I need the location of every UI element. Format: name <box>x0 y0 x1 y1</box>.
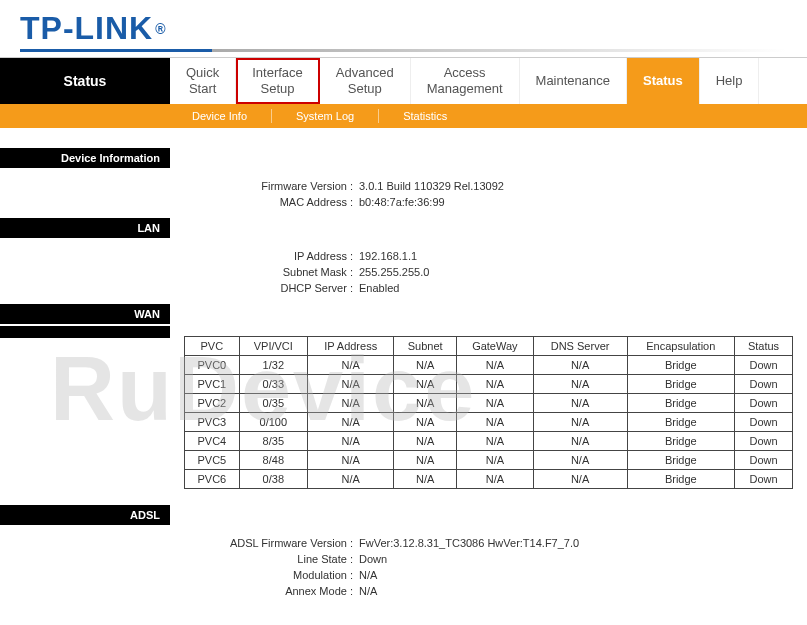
sub-nav: Device Info System Log Statistics <box>0 104 807 128</box>
lan-dhcp-value: Enabled <box>359 282 399 294</box>
nav-title: Status <box>0 58 170 104</box>
subnav-system-log[interactable]: System Log <box>284 110 366 122</box>
table-cell: PVC1 <box>185 375 240 394</box>
section-lan: LAN <box>0 218 170 238</box>
table-cell: 8/35 <box>239 432 307 451</box>
table-cell: N/A <box>394 375 457 394</box>
table-header-cell: GateWay <box>457 337 534 356</box>
table-row: PVC48/35N/AN/AN/AN/ABridgeDown <box>185 432 793 451</box>
top-nav: Status Quick Start Interface Setup Advan… <box>0 57 807 104</box>
table-cell: N/A <box>394 451 457 470</box>
wan-table: PVCVPI/VCIIP AddressSubnetGateWayDNS Ser… <box>184 336 793 489</box>
table-cell: Bridge <box>627 356 735 375</box>
table-cell: Down <box>735 375 793 394</box>
subnav-statistics[interactable]: Statistics <box>391 110 459 122</box>
lan-dhcp-label: DHCP Server : <box>184 282 359 294</box>
nav-label-l1: Interface <box>252 65 303 81</box>
table-cell: Down <box>735 451 793 470</box>
table-cell: N/A <box>307 375 393 394</box>
nav-label-l1: Advanced <box>336 65 394 81</box>
lan-ip-value: 192.168.1.1 <box>359 250 417 262</box>
adsl-fw-value: FwVer:3.12.8.31_TC3086 HwVer:T14.F7_7.0 <box>359 537 579 549</box>
nav-advanced-setup[interactable]: Advanced Setup <box>320 58 411 104</box>
table-cell: Down <box>735 356 793 375</box>
table-cell: N/A <box>457 375 534 394</box>
nav-label-l2: Start <box>186 81 219 97</box>
nav-label-l1: Status <box>643 73 683 89</box>
table-cell: N/A <box>394 432 457 451</box>
table-cell: Bridge <box>627 470 735 489</box>
adsl-annex-value: N/A <box>359 585 377 597</box>
table-row: PVC10/33N/AN/AN/AN/ABridgeDown <box>185 375 793 394</box>
table-cell: 0/38 <box>239 470 307 489</box>
table-cell: N/A <box>457 394 534 413</box>
table-header-cell: DNS Server <box>533 337 627 356</box>
section-adsl: ADSL <box>0 505 170 525</box>
table-cell: 8/48 <box>239 451 307 470</box>
table-cell: Bridge <box>627 451 735 470</box>
table-cell: Bridge <box>627 375 735 394</box>
table-cell: N/A <box>533 413 627 432</box>
logo-underline <box>20 49 787 52</box>
adsl-line-value: Down <box>359 553 387 565</box>
table-header-cell: Status <box>735 337 793 356</box>
table-cell: N/A <box>533 432 627 451</box>
table-cell: N/A <box>307 451 393 470</box>
table-cell: N/A <box>307 394 393 413</box>
logo-bar: TP-LINK® <box>0 0 807 57</box>
nav-access-management[interactable]: Access Management <box>411 58 520 104</box>
lan-subnet-value: 255.255.255.0 <box>359 266 429 278</box>
table-cell: Down <box>735 470 793 489</box>
nav-label-l2: Setup <box>252 81 303 97</box>
table-cell: N/A <box>457 356 534 375</box>
table-cell: 0/33 <box>239 375 307 394</box>
section-wan: WAN <box>0 304 170 324</box>
table-row: PVC01/32N/AN/AN/AN/ABridgeDown <box>185 356 793 375</box>
nav-status[interactable]: Status <box>627 58 700 104</box>
mac-value: b0:48:7a:fe:36:99 <box>359 196 445 208</box>
table-cell: N/A <box>394 394 457 413</box>
subnav-device-info[interactable]: Device Info <box>180 110 259 122</box>
nav-help[interactable]: Help <box>700 58 760 104</box>
nav-label-l2: Management <box>427 81 503 97</box>
adsl-fw-label: ADSL Firmware Version : <box>184 537 359 549</box>
table-cell: Down <box>735 413 793 432</box>
table-row: PVC60/38N/AN/AN/AN/ABridgeDown <box>185 470 793 489</box>
adsl-mod-label: Modulation : <box>184 569 359 581</box>
adsl-annex-label: Annex Mode : <box>184 585 359 597</box>
nav-maintenance[interactable]: Maintenance <box>520 58 627 104</box>
table-row: PVC58/48N/AN/AN/AN/ABridgeDown <box>185 451 793 470</box>
table-cell: PVC3 <box>185 413 240 432</box>
table-cell: N/A <box>457 451 534 470</box>
table-row: PVC20/35N/AN/AN/AN/ABridgeDown <box>185 394 793 413</box>
lan-subnet-label: Subnet Mask : <box>184 266 359 278</box>
table-cell: 0/35 <box>239 394 307 413</box>
table-cell: PVC0 <box>185 356 240 375</box>
table-cell: N/A <box>533 375 627 394</box>
table-header-row: PVCVPI/VCIIP AddressSubnetGateWayDNS Ser… <box>185 337 793 356</box>
table-header-cell: VPI/VCI <box>239 337 307 356</box>
logo-text: TP-LINK <box>20 10 153 47</box>
table-cell: N/A <box>307 413 393 432</box>
table-cell: 1/32 <box>239 356 307 375</box>
table-cell: N/A <box>394 413 457 432</box>
table-cell: N/A <box>457 413 534 432</box>
table-cell: PVC6 <box>185 470 240 489</box>
subnav-sep <box>271 109 272 123</box>
table-header-cell: Subnet <box>394 337 457 356</box>
nav-label-l1: Maintenance <box>536 73 610 89</box>
table-row: PVC30/100N/AN/AN/AN/ABridgeDown <box>185 413 793 432</box>
nav-label-l1: Access <box>427 65 503 81</box>
table-cell: Down <box>735 394 793 413</box>
content: RuDevice Device Information Firmware Ver… <box>0 128 807 607</box>
table-cell: N/A <box>533 470 627 489</box>
table-cell: PVC5 <box>185 451 240 470</box>
nav-quick-start[interactable]: Quick Start <box>170 58 236 104</box>
table-cell: Bridge <box>627 394 735 413</box>
lan-ip-label: IP Address : <box>184 250 359 262</box>
table-cell: N/A <box>533 394 627 413</box>
firmware-label: Firmware Version : <box>184 180 359 192</box>
table-cell: N/A <box>307 470 393 489</box>
nav-interface-setup[interactable]: Interface Setup <box>236 58 320 104</box>
table-header-cell: PVC <box>185 337 240 356</box>
